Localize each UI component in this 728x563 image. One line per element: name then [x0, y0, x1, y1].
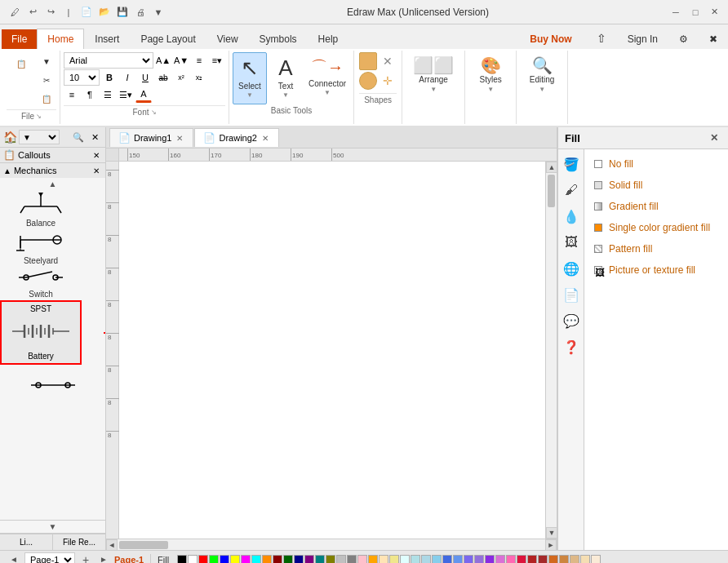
font-expand-icon[interactable]: ↘ [151, 109, 157, 116]
page-select[interactable]: Page-1 [24, 552, 75, 564]
text-tool-btn[interactable]: A Text ▼ [269, 52, 303, 104]
rect-shape-btn[interactable] [359, 52, 377, 70]
solid-fill-option[interactable]: Solid fill [591, 177, 713, 193]
fill-chat-btn[interactable]: 💬 [560, 309, 583, 332]
gradient-fill-option[interactable]: Gradient fill [591, 198, 713, 215]
linespacing-btn[interactable]: ≡ [64, 86, 80, 103]
copy-formats-btn[interactable]: 📋 [37, 90, 56, 108]
color-swatch[interactable] [389, 555, 399, 564]
select-tool-btn[interactable]: ↖ Select ▼ [233, 52, 267, 104]
color-swatch[interactable] [198, 555, 208, 564]
color-swatch[interactable] [230, 555, 240, 564]
scroll-right-btn[interactable]: ► [545, 539, 557, 550]
addon-button[interactable]: ✖ [699, 29, 728, 49]
callouts-section-header[interactable]: 📋 Callouts ✕ [0, 148, 105, 162]
color-swatch[interactable] [591, 555, 601, 564]
mechanics-close-btn[interactable]: ✕ [91, 165, 102, 176]
tab-help[interactable]: Help [308, 29, 349, 49]
tab-view[interactable]: View [206, 29, 249, 49]
paragraph-btn[interactable]: ¶ [82, 86, 98, 103]
fill-globe-btn[interactable]: 🌐 [560, 257, 583, 280]
drawing1-tab[interactable]: 📄 Drawing1 ✕ [109, 128, 193, 147]
color-swatch[interactable] [294, 555, 304, 564]
mechanics-section-header[interactable]: ▲ Mechanics ✕ [0, 163, 105, 178]
color-swatch[interactable] [336, 555, 346, 564]
color-swatch[interactable] [273, 555, 282, 564]
search-libraries-btn[interactable]: 🔍 [71, 130, 86, 144]
switch-item[interactable]: Switch [0, 265, 82, 299]
font-size-up-btn[interactable]: A▲ [155, 52, 171, 69]
scroll-track-v[interactable] [546, 173, 557, 527]
color-swatch[interactable] [209, 555, 219, 564]
font-size-select[interactable]: 10 [64, 69, 100, 86]
color-swatch[interactable] [485, 555, 495, 564]
fill-panel-close-btn[interactable]: ✕ [707, 131, 721, 145]
more-align-btn[interactable]: ≡▾ [209, 52, 225, 69]
tab-home[interactable]: Home [37, 29, 84, 49]
scroll-left-btn[interactable]: ◄ [106, 539, 118, 550]
color-swatch[interactable] [220, 555, 229, 564]
unknown-item[interactable] [0, 371, 105, 399]
undo-button[interactable]: ↩ [24, 4, 41, 20]
font-color-btn[interactable]: A [135, 86, 152, 103]
drawing1-close-btn[interactable]: ✕ [175, 133, 184, 143]
scroll-track-h[interactable] [118, 539, 545, 550]
buy-now-button[interactable]: Buy Now [519, 29, 582, 49]
fill-gradient-btn[interactable]: 🖌 [560, 179, 583, 202]
prev-page-btn[interactable]: ◄ [7, 552, 21, 564]
superscript-btn[interactable]: x² [173, 69, 189, 86]
libraries-tab[interactable]: Li... [0, 534, 53, 550]
color-swatch[interactable] [188, 555, 198, 564]
more-qa-button[interactable]: ▼ [150, 4, 166, 20]
vertical-scrollbar[interactable]: ▲ ▼ [545, 162, 557, 539]
color-swatch[interactable] [283, 555, 293, 564]
redo-button[interactable]: ↪ [42, 4, 59, 20]
drawing2-close-btn[interactable]: ✕ [260, 133, 270, 143]
scroll-up-btn[interactable]: ▲ [0, 178, 105, 190]
save-button[interactable]: 💾 [114, 4, 131, 20]
scroll-thumb-v[interactable] [548, 175, 555, 207]
subscript-btn[interactable]: x₂ [191, 69, 207, 86]
color-swatch[interactable] [453, 555, 463, 564]
sign-in-button[interactable]: Sign In [617, 29, 668, 49]
fill-paint-btn[interactable]: 🪣 [560, 153, 583, 175]
color-swatch[interactable] [548, 555, 558, 564]
fill-image-btn[interactable]: 🖼 [560, 231, 583, 254]
color-swatch[interactable] [421, 555, 431, 564]
file-resources-tab[interactable]: File Re... [53, 534, 105, 550]
scroll-down-btn[interactable]: ▼ [546, 527, 557, 539]
color-swatch[interactable] [262, 555, 272, 564]
steelyard-item[interactable]: Steelyard [0, 228, 82, 265]
fill-doc-btn[interactable]: 📄 [560, 283, 583, 306]
connector-tool-btn[interactable]: ⌒→ Connector ▼ [304, 52, 350, 104]
close-libraries-btn[interactable]: ✕ [87, 130, 102, 144]
more-shapes-btn[interactable]: ✕ [379, 52, 397, 70]
close-button[interactable]: ✕ [708, 6, 721, 19]
tab-page-layout[interactable]: Page Layout [130, 29, 206, 49]
color-swatch[interactable] [559, 555, 569, 564]
color-swatch[interactable] [411, 555, 420, 564]
ellipse-shape-btn[interactable] [359, 72, 377, 90]
drawing2-tab[interactable]: 📄 Drawing2 ✕ [194, 128, 278, 147]
horizontal-scrollbar[interactable]: ◄ ► [106, 539, 557, 550]
balance-item[interactable]: Balance [0, 190, 82, 228]
picture-fill-option[interactable]: 🖼 Picture or texture fill [591, 262, 713, 278]
scroll-thumb-h[interactable] [119, 541, 168, 549]
color-swatch[interactable] [379, 555, 388, 564]
color-swatch[interactable] [400, 555, 410, 564]
color-swatch[interactable] [315, 555, 325, 564]
styles-btn[interactable]: 🎨 Styles ▼ [470, 52, 511, 98]
color-swatch[interactable] [517, 555, 526, 564]
battery-item-highlighted[interactable]: SPST [0, 300, 82, 365]
color-swatch[interactable] [506, 555, 516, 564]
align-btn[interactable]: ≡ [191, 52, 207, 69]
add-page-btn[interactable]: + [78, 552, 93, 564]
open-button[interactable]: 📂 [96, 4, 113, 20]
arrange-btn[interactable]: ⬜⬜ Arrange ▼ [407, 52, 459, 98]
file-expand-icon[interactable]: ↘ [36, 113, 42, 120]
fill-help-btn[interactable]: ❓ [560, 335, 583, 358]
color-swatch[interactable] [495, 555, 505, 564]
italic-btn[interactable]: I [119, 69, 135, 86]
main-canvas[interactable] [119, 162, 545, 539]
color-swatch[interactable] [357, 555, 367, 564]
